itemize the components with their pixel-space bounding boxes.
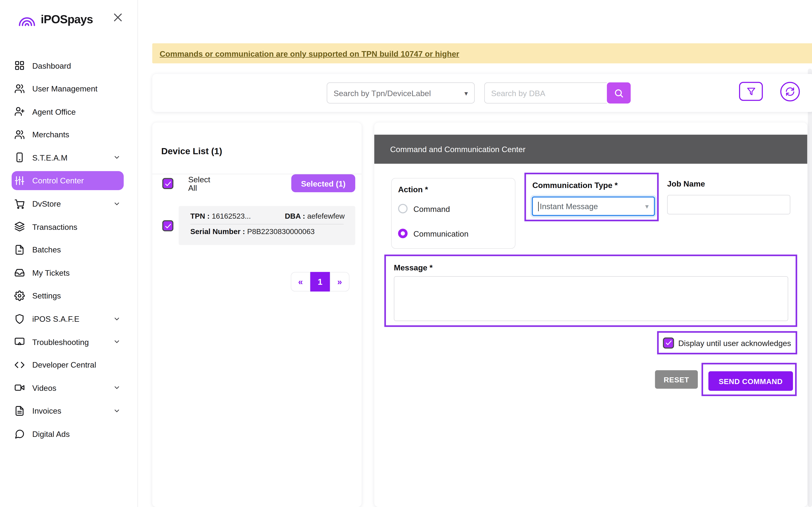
search-type-dropdown[interactable]: Search by Tpn/DeviceLabel ▾ [327, 82, 475, 104]
message-textarea[interactable] [394, 276, 788, 321]
select-all-checkbox[interactable] [162, 178, 173, 189]
chevron-down-icon: ▾ [645, 203, 649, 210]
sliders-icon [14, 175, 25, 186]
radio-label: Command [413, 204, 450, 213]
acknowledge-checkbox[interactable] [663, 337, 674, 348]
communication-type-select[interactable]: Instant Message ▾ [532, 196, 655, 216]
text-cursor [538, 202, 539, 211]
sidebar-item-settings[interactable]: Settings [12, 286, 124, 305]
smartphone-icon [14, 152, 25, 163]
filter-funnel-icon [746, 87, 756, 96]
file-minus-icon [14, 244, 25, 255]
reset-button[interactable]: RESET [655, 370, 698, 389]
sidebar-item-dashboard[interactable]: Dashboard [12, 56, 124, 75]
video-camera-icon [14, 383, 25, 393]
pagination-page-1[interactable]: 1 [310, 272, 330, 292]
shield-icon [14, 314, 25, 324]
pagination-prev-button[interactable]: « [291, 272, 310, 292]
users-icon [14, 129, 25, 140]
sidebar-item-digital-ads[interactable]: Digital Ads [12, 425, 124, 443]
device-list-title: Device List (1) [161, 147, 222, 157]
communication-type-label: Communication Type * [532, 181, 618, 190]
users-icon [14, 83, 25, 94]
chevron-down-icon [113, 338, 120, 345]
search-icon [614, 88, 624, 98]
filter-button[interactable] [739, 82, 763, 101]
chevron-down-icon [113, 384, 120, 391]
sidebar-item-label: Transactions [32, 222, 78, 231]
sidebar-item-dvstore[interactable]: DvStore [12, 194, 124, 213]
sidebar-item-label: DvStore [32, 199, 61, 208]
sidebar-item-my-tickets[interactable]: My Tickets [12, 263, 124, 282]
sidebar-item-developer-central[interactable]: Developer Central [12, 355, 124, 374]
radio-option-communication[interactable]: Communication [398, 229, 469, 238]
chevron-down-icon [113, 315, 120, 322]
command-panel-header: Command and Communication Center [374, 135, 807, 164]
sidebar-item-label: Control Center [32, 176, 84, 185]
user-plus-icon [14, 106, 25, 117]
code-icon [14, 359, 25, 370]
sidebar-nav: Dashboard User Management Agent Office M… [12, 56, 124, 447]
acknowledge-group: Display until user acknowledges [657, 331, 798, 354]
search-dba-input[interactable] [484, 82, 607, 104]
sidebar-item-label: S.T.E.A.M [32, 153, 68, 162]
sidebar-item-control-center[interactable]: Control Center [12, 171, 124, 190]
chevron-down-icon [113, 200, 120, 207]
radio-unchecked-icon [398, 204, 408, 213]
sidebar-item-merchants[interactable]: Merchants [12, 125, 124, 144]
sidebar-item-label: iPOS S.A.F.E [32, 314, 80, 324]
search-button[interactable] [607, 82, 631, 104]
communication-type-group: Communication Type * Instant Message ▾ [524, 173, 659, 221]
refresh-button[interactable] [780, 82, 800, 102]
job-name-input[interactable] [667, 195, 791, 215]
sidebar-item-label: Invoices [32, 406, 61, 415]
pagination: « 1 » [291, 272, 350, 292]
dba-value: aefefewfew [307, 212, 345, 220]
message-label: Message * [394, 263, 433, 272]
chevron-down-icon [113, 407, 120, 414]
command-panel-title: Command and Communication Center [390, 145, 525, 154]
sidebar-item-label: Dashboard [32, 61, 71, 70]
sidebar: iPOSpays Dashboard User Management [0, 0, 138, 507]
action-group: Action * Command Communication [391, 178, 515, 249]
sidebar-item-user-management[interactable]: User Management [12, 79, 124, 98]
brand-name: iPOSpays [41, 13, 93, 26]
sidebar-item-ipos-safe[interactable]: iPOS S.A.F.E [12, 309, 124, 328]
vertical-scrollbar[interactable] [808, 69, 812, 507]
command-panel: Command and Communication Center Action … [374, 122, 807, 507]
selected-count-button[interactable]: Selected (1) [291, 174, 355, 192]
send-command-button[interactable]: SEND COMMAND [708, 372, 793, 391]
sidebar-item-agent-office[interactable]: Agent Office [12, 102, 124, 121]
banner-link[interactable]: Commands or communication are only suppo… [160, 49, 459, 58]
sidebar-item-label: Videos [32, 383, 56, 393]
chevron-down-icon: ▾ [464, 89, 468, 97]
radio-option-command[interactable]: Command [398, 204, 450, 213]
sidebar-item-transactions[interactable]: Transactions [12, 217, 124, 236]
chevron-down-icon [113, 154, 120, 161]
sidebar-item-label: Batches [32, 245, 61, 255]
ipospays-app: iPOSpays Dashboard User Management [0, 0, 812, 507]
search-toolbar: Search by Tpn/DeviceLabel ▾ [152, 74, 812, 112]
sidebar-item-label: My Tickets [32, 268, 70, 277]
checkmark-icon [665, 339, 672, 346]
sidebar-item-videos[interactable]: Videos [12, 378, 124, 397]
tpn-value: 16162523... [212, 212, 251, 220]
sidebar-item-label: Digital Ads [32, 430, 70, 439]
sidebar-item-batches[interactable]: Batches [12, 240, 124, 259]
tpn-build-banner: Commands or communication are only suppo… [152, 43, 812, 63]
pagination-next-button[interactable]: » [330, 272, 350, 292]
screen-share-icon [14, 337, 25, 347]
acknowledge-label: Display until user acknowledges [678, 338, 791, 347]
device-checkbox[interactable] [162, 220, 173, 231]
radio-label: Communication [413, 229, 469, 238]
shopping-cart-icon [14, 199, 25, 209]
sidebar-item-steam[interactable]: S.T.E.A.M [12, 148, 124, 167]
inbox-icon [14, 268, 25, 278]
close-icon[interactable] [112, 12, 124, 23]
device-list-panel: Device List (1) Select All Selected (1) … [152, 122, 362, 507]
main-content: Commands or communication are only suppo… [138, 0, 812, 507]
sidebar-item-troubleshooting[interactable]: Troubleshooting [12, 332, 124, 351]
select-all-label: Select All [188, 175, 216, 192]
sidebar-item-invoices[interactable]: Invoices [12, 401, 124, 420]
device-list-item[interactable]: TPN : 16162523... DBA : aefefewfew Seria… [179, 206, 355, 245]
